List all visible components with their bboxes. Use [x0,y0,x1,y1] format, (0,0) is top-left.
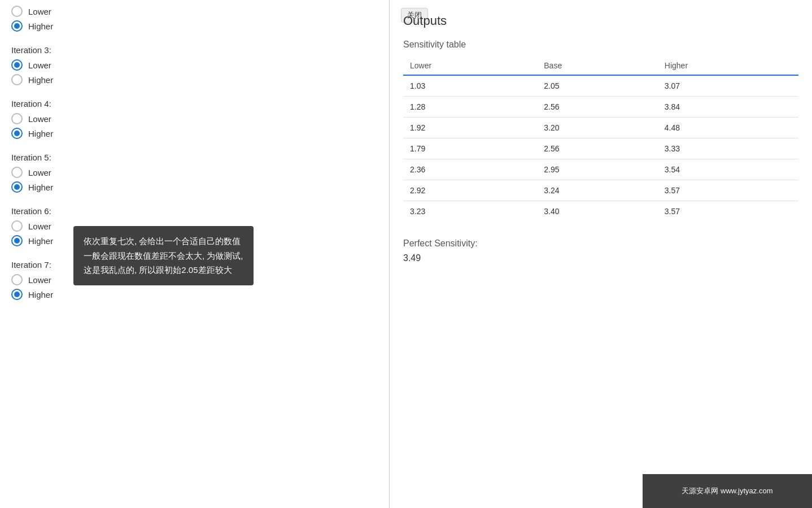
table-cell: 2.92 [403,180,537,201]
radio-higher-7[interactable]: Higher [11,289,378,300]
radio-circle-lower-4 [11,113,23,124]
radio-label-lower-top: Lower [28,7,51,16]
radio-higher-5[interactable]: Higher [11,181,378,193]
table-cell: 4.48 [658,118,798,138]
iteration-block-5: Iteration 5: Lower Higher [11,153,378,193]
table-cell: 3.57 [658,201,798,222]
iteration-block-4: Iteration 4: Lower Higher [11,99,378,139]
perfect-sensitivity-value: 3.49 [403,253,798,263]
table-header-row: Lower Base Higher [403,57,798,75]
radio-higher-top[interactable]: Higher [11,20,378,32]
radio-circle-lower-top [11,6,23,17]
table-row: 3.233.403.57 [403,201,798,222]
iteration-block-top: Lower Higher [11,6,378,32]
table-cell: 2.05 [537,75,658,97]
outputs-title: Outputs [403,14,798,28]
table-row: 2.362.953.54 [403,159,798,180]
table-row: 2.923.243.57 [403,180,798,201]
iteration-3-label: Iteration 3: [11,45,378,55]
radio-circle-higher-6 [11,235,23,246]
table-cell: 2.56 [537,138,658,159]
radio-label-higher-3: Higher [28,75,53,85]
table-cell: 3.23 [403,201,537,222]
radio-label-lower-7: Lower [28,275,51,285]
radio-lower-3[interactable]: Lower [11,59,378,71]
radio-label-lower-3: Lower [28,60,51,70]
table-cell: 3.20 [537,118,658,138]
radio-circle-lower-6 [11,220,23,232]
col-header-base: Base [537,57,658,75]
radio-lower-5[interactable]: Lower [11,167,378,178]
table-row: 1.923.204.48 [403,118,798,138]
sensitivity-table: Lower Base Higher 1.032.053.071.282.563.… [403,57,798,222]
table-cell: 3.54 [658,159,798,180]
radio-circle-higher-4 [11,128,23,139]
radio-lower-4[interactable]: Lower [11,113,378,124]
table-cell: 3.57 [658,180,798,201]
iteration-5-label: Iteration 5: [11,153,378,162]
table-row: 1.282.563.84 [403,97,798,118]
radio-circle-lower-7 [11,274,23,285]
radio-label-lower-4: Lower [28,114,51,124]
right-panel: Outputs Sensitivity table Lower Base Hig… [390,0,812,508]
iteration-7-label: Iteration 7: [11,260,378,270]
radio-lower-6[interactable]: Lower [11,220,378,232]
table-cell: 3.33 [658,138,798,159]
sensitivity-table-label: Sensitivity table [403,40,798,50]
radio-circle-higher-5 [11,181,23,193]
iteration-4-label: Iteration 4: [11,99,378,108]
table-cell: 3.40 [537,201,658,222]
table-row: 1.032.053.07 [403,75,798,97]
iteration-block-3: Iteration 3: Lower Higher [11,45,378,85]
radio-higher-3[interactable]: Higher [11,74,378,85]
table-cell: 1.03 [403,75,537,97]
watermark: 天源安卓网 www.jytyaz.com [643,474,812,508]
table-cell: 1.79 [403,138,537,159]
radio-circle-higher-3 [11,74,23,85]
iteration-6-label: Iteration 6: [11,206,378,216]
radio-circle-higher-7 [11,289,23,300]
radio-circle-higher-top [11,20,23,32]
radio-label-higher-6: Higher [28,236,53,246]
radio-circle-lower-3 [11,59,23,71]
watermark-text: 天源安卓网 www.jytyaz.com [682,486,772,496]
table-cell: 2.56 [537,97,658,118]
table-cell: 3.07 [658,75,798,97]
table-cell: 1.92 [403,118,537,138]
table-cell: 1.28 [403,97,537,118]
table-cell: 3.84 [658,97,798,118]
radio-label-higher-7: Higher [28,290,53,299]
radio-lower-top[interactable]: Lower [11,6,378,17]
iteration-block-7: Iteration 7: Lower Higher [11,260,378,300]
perfect-sensitivity-label: Perfect Sensitivity: [403,238,798,249]
radio-label-higher-5: Higher [28,183,53,192]
col-header-higher: Higher [658,57,798,75]
radio-higher-6[interactable]: Higher [11,235,378,246]
col-header-lower: Lower [403,57,537,75]
iteration-block-6: Iteration 6: Lower Higher [11,206,378,246]
table-row: 1.792.563.33 [403,138,798,159]
radio-higher-4[interactable]: Higher [11,128,378,139]
radio-label-higher-top: Higher [28,21,53,31]
radio-lower-7[interactable]: Lower [11,274,378,285]
radio-circle-lower-5 [11,167,23,178]
radio-label-lower-5: Lower [28,168,51,177]
radio-label-lower-6: Lower [28,222,51,231]
radio-label-higher-4: Higher [28,129,53,138]
table-cell: 2.95 [537,159,658,180]
left-panel[interactable]: Lower Higher Iteration 3: Lower Higher I… [0,0,390,508]
table-cell: 2.36 [403,159,537,180]
table-cell: 3.24 [537,180,658,201]
